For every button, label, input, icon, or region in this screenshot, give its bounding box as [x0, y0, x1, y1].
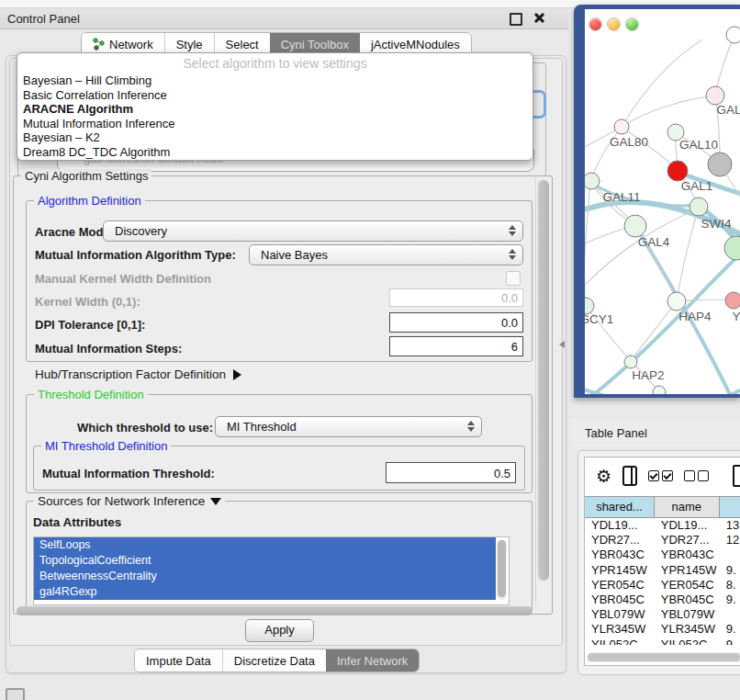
attribute-item-topologicalcoefficient[interactable]: TopologicalCoefficient: [34, 553, 496, 569]
minimize-window-icon[interactable]: [608, 18, 620, 30]
column-header-shared[interactable]: shared...: [585, 497, 655, 517]
list-scrollbar[interactable]: [497, 539, 507, 600]
cyni-algorithm-settings-title: Cyni Algorithm Settings: [21, 169, 151, 183]
algorithm-option-mutual-information-inference[interactable]: Mutual Information Inference: [17, 117, 533, 131]
algorithm-options-list: Bayesian – Hill ClimbingBasic Correlatio…: [17, 73, 533, 159]
kernel-width-label: Kernel Width (0,1):: [35, 295, 140, 309]
tab-label: Impute Data: [146, 654, 211, 668]
mi-type-label: Mutual Information Algorithm Type:: [35, 248, 236, 262]
settings-vertical-scrollbar[interactable]: [535, 177, 551, 604]
algorithm-option-basic-correlation-inference[interactable]: Basic Correlation Inference: [17, 88, 533, 103]
settings-horizontal-scrollbar[interactable]: [15, 605, 536, 616]
network-node-gal11[interactable]: [585, 173, 600, 189]
zoom-window-icon[interactable]: [626, 18, 638, 30]
aracne-mode-select[interactable]: Discovery: [103, 220, 523, 242]
column-header-name[interactable]: name: [655, 497, 720, 517]
network-node-hap2[interactable]: [624, 356, 637, 368]
table-cell: [720, 607, 740, 622]
table-function-icon[interactable]: [733, 465, 740, 487]
table-cell: YBR045C: [655, 593, 720, 607]
dpi-tolerance-field[interactable]: 0.0: [389, 312, 523, 333]
network-node-gal4[interactable]: [624, 215, 646, 237]
node-label: HAP4: [678, 310, 712, 323]
column-header-2[interactable]: [720, 497, 740, 517]
manual-kernel-checkbox[interactable]: [506, 271, 521, 286]
network-node-hap4[interactable]: [667, 292, 686, 310]
select-all-checkboxes-icon[interactable]: [648, 470, 673, 481]
mi-steps-field[interactable]: 6: [389, 336, 523, 356]
threshold-definition-title: Threshold Definition: [34, 388, 148, 401]
network-node-y[interactable]: [725, 292, 740, 309]
attribute-item-betweennesscentrality[interactable]: BetweennessCentrality: [34, 569, 496, 584]
table-cell: YBR045C: [585, 593, 655, 607]
mi-steps-label: Mutual Information Steps:: [35, 342, 182, 356]
network-node-gal1[interactable]: [667, 161, 688, 181]
table-cell: YDR27...: [585, 533, 655, 548]
which-threshold-select[interactable]: MI Threshold: [215, 416, 482, 437]
settings-vscroll-thumb[interactable]: [538, 180, 549, 581]
close-window-icon[interactable]: [589, 18, 601, 30]
table-cell: 8.: [720, 578, 740, 593]
table-row[interactable]: YIL052CYIL052C9: [585, 638, 740, 646]
algorithm-option-bayesian-hill-climbing[interactable]: Bayesian – Hill Climbing: [17, 73, 533, 88]
table-hscroll-thumb[interactable]: [588, 653, 740, 661]
apply-button[interactable]: Apply: [245, 619, 314, 642]
data-attributes-list[interactable]: SelfLoopsTopologicalCoefficientBetweenne…: [33, 536, 510, 605]
mi-threshold-field[interactable]: 0.5: [386, 462, 516, 483]
network-edge[interactable]: [677, 205, 700, 300]
bottom-tab-infer-network[interactable]: Infer Network: [326, 649, 419, 672]
table-cell: YIL052C: [585, 638, 655, 646]
algorithm-option-bayesian-k2[interactable]: Bayesian – K2: [17, 130, 533, 145]
column-layout-icon[interactable]: [622, 466, 637, 486]
table-row[interactable]: YBR045CYBR045C9.: [585, 593, 740, 607]
attribute-item-gal4rgexp[interactable]: gal4RGexp: [34, 584, 496, 600]
node-label: Y: [732, 310, 740, 323]
float-panel-icon[interactable]: [510, 13, 522, 26]
network-edge[interactable]: [585, 182, 590, 306]
table-cell: YBL079W: [655, 607, 720, 622]
table-row[interactable]: YBR043CYBR043C: [585, 548, 740, 562]
gear-icon[interactable]: ⚙: [596, 468, 611, 485]
which-threshold-label: Which threshold to use:: [77, 421, 213, 435]
tab-label: Network: [109, 38, 153, 51]
table-row[interactable]: YER054CYER054C8.: [585, 578, 740, 593]
table-cell: YDL19...: [655, 518, 720, 533]
table-row[interactable]: YLR345WYLR345W9.: [585, 622, 740, 637]
sources-group-title[interactable]: Sources for Network Inference: [34, 494, 225, 508]
table-horizontal-scrollbar[interactable]: [587, 652, 740, 662]
table-row[interactable]: YDR27...YDR27...12: [585, 533, 740, 548]
table-row[interactable]: YPR145WYPR145W9.: [585, 563, 740, 578]
table-cell: YER054C: [655, 578, 720, 593]
algorithm-option-dream8-dc-tdc-algorithm[interactable]: Dream8 DC_TDC Algorithm: [17, 145, 533, 160]
network-node[interactable]: [724, 236, 740, 260]
expanded-arrow-icon: [210, 498, 221, 505]
kernel-width-field[interactable]: 0.0: [389, 288, 523, 307]
network-node[interactable]: [726, 27, 740, 43]
close-panel-icon[interactable]: [533, 11, 545, 24]
bottom-tab-discretize-data[interactable]: Discretize Data: [222, 649, 326, 672]
collapsed-panel-icon[interactable]: [6, 688, 25, 700]
network-edge[interactable]: [631, 300, 677, 361]
network-node-gal80[interactable]: [614, 119, 629, 134]
table-row[interactable]: YBL079WYBL079W: [585, 607, 740, 622]
node-label: GAL1: [681, 179, 713, 193]
attribute-item-selfloops[interactable]: SelfLoops: [34, 537, 496, 553]
list-scrollbar-thumb[interactable]: [498, 540, 506, 597]
network-edge[interactable]: [622, 40, 702, 127]
table-row[interactable]: YDL19...YDL19...13: [585, 518, 740, 533]
combo-stepper-icon: [509, 225, 516, 236]
network-canvas[interactable]: GALGAL80GAL10GAL1GAL11SWI4GAL4HAP4YGCY1H…: [585, 9, 740, 394]
network-node-swi4[interactable]: [690, 198, 708, 216]
settings-hscroll-thumb[interactable]: [17, 606, 533, 615]
splitpane-collapse-arrow-icon[interactable]: [559, 341, 565, 348]
network-node[interactable]: [708, 152, 732, 176]
algorithm-option-aracne-algorithm[interactable]: ARACNE Algorithm: [17, 102, 533, 117]
network-node-gal[interactable]: [706, 86, 724, 105]
network-edge[interactable]: [622, 96, 715, 127]
mi-type-select[interactable]: Naive Bayes: [249, 244, 523, 265]
network-node[interactable]: [653, 386, 666, 394]
data-attributes-label: Data Attributes: [33, 515, 121, 529]
hub-definition-toggle[interactable]: Hub/Transcription Factor Definition: [35, 367, 241, 381]
bottom-tab-impute-data[interactable]: Impute Data: [135, 649, 222, 672]
deselect-all-checkboxes-icon[interactable]: [684, 470, 709, 481]
